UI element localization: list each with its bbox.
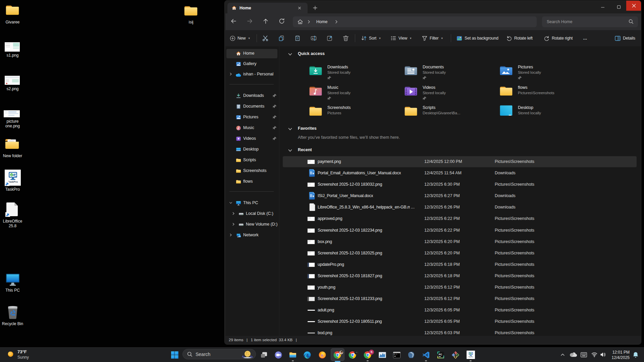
svg-text:A: A — [312, 37, 314, 40]
